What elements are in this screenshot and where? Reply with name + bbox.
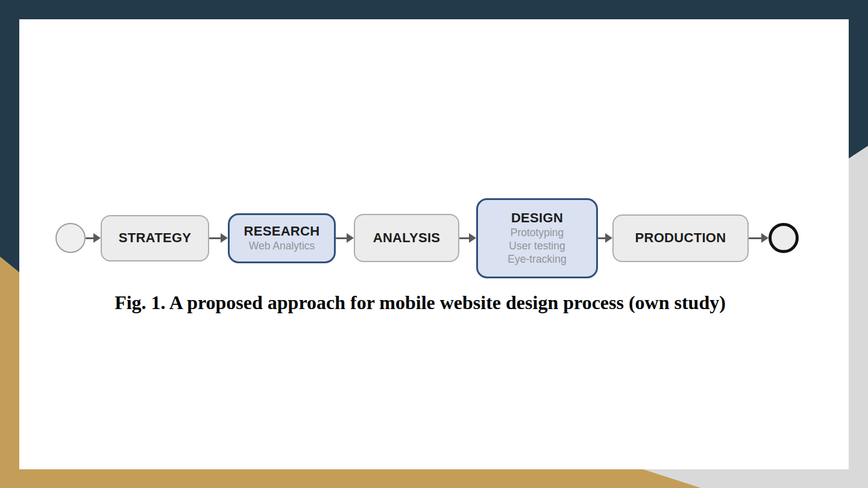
flow-arrow-icon xyxy=(336,233,354,243)
flow-arrow-icon xyxy=(86,233,101,243)
node-design-sublabel: Prototyping xyxy=(511,226,564,239)
figure-caption: Fig. 1. A proposed approach for mobile w… xyxy=(19,292,821,314)
process-flow-diagram: STRATEGY RESEARCH Web Analytics ANALYSIS… xyxy=(55,198,799,278)
node-design: DESIGN Prototyping User testing Eye-trac… xyxy=(476,198,598,278)
node-design-sublabel: User testing xyxy=(509,239,565,252)
node-analysis: ANALYSIS xyxy=(354,214,459,262)
node-strategy-label: STRATEGY xyxy=(119,230,192,246)
node-design-sublabel: Eye-tracking xyxy=(508,252,566,266)
start-event-circle xyxy=(55,223,86,253)
node-research-label: RESEARCH xyxy=(244,224,320,239)
node-analysis-label: ANALYSIS xyxy=(373,230,441,246)
flow-arrow-icon xyxy=(209,233,228,243)
slide-surface: STRATEGY RESEARCH Web Analytics ANALYSIS… xyxy=(19,19,849,469)
flow-arrow-icon xyxy=(598,233,612,243)
flow-arrow-icon xyxy=(749,233,769,243)
node-design-label: DESIGN xyxy=(511,210,563,226)
end-event-circle xyxy=(769,223,799,253)
node-strategy: STRATEGY xyxy=(101,215,209,261)
node-research-sublabel: Web Analytics xyxy=(249,239,315,252)
slide-canvas: STRATEGY RESEARCH Web Analytics ANALYSIS… xyxy=(0,0,868,488)
node-production-label: PRODUCTION xyxy=(635,230,726,246)
node-production: PRODUCTION xyxy=(612,214,749,262)
flow-arrow-icon xyxy=(459,233,476,243)
node-research: RESEARCH Web Analytics xyxy=(228,213,336,263)
